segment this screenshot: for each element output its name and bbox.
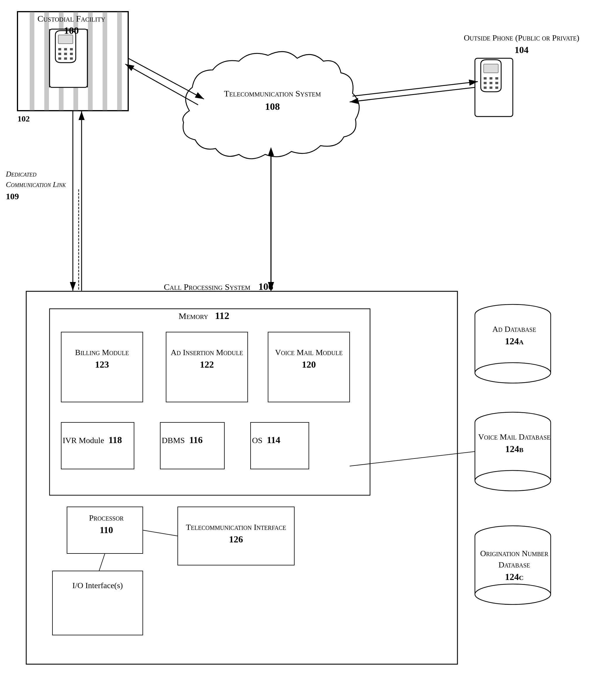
call-processing-number: 106 [259,281,273,292]
svg-line-70 [99,553,105,571]
svg-line-71 [349,451,475,466]
outside-phone-label: Outside Phone (Public or Private) 104 [463,32,580,56]
telecom-interface-label: Telecommunication Interface 126 [179,521,293,546]
billing-module-label: Billing Module 123 [61,347,143,371]
ad-insertion-module-label: Ad Insertion Module 122 [166,347,248,371]
svg-rect-32 [495,86,498,89]
voice-mail-module-label: Voice Mail Module 120 [268,347,349,371]
svg-rect-33 [484,64,498,73]
outside-phone-number: 104 [463,43,580,56]
voice-mail-module-number: 120 [268,358,349,371]
svg-rect-10 [50,29,88,88]
os-label: OS 114 [252,434,310,446]
dedicated-link-label: Dedicated Communication Link 109 [6,169,76,202]
svg-line-65 [125,64,198,105]
telecom-interface-number: 126 [179,533,293,546]
svg-rect-35 [50,309,370,495]
svg-rect-24 [484,77,487,79]
telecom-system-label: Telecommunication System 108 [201,88,344,114]
svg-rect-18 [64,57,67,60]
io-interface-label: I/O Interface(s) [54,580,141,591]
svg-rect-11 [58,48,61,50]
billing-module-number: 123 [61,358,143,371]
ad-database-label: Ad Database 124a [476,323,552,348]
label-102: 102 [18,114,30,124]
svg-rect-17 [58,57,61,60]
call-processing-system-label: Call Processing System 106 [117,280,320,294]
svg-rect-27 [484,82,487,84]
svg-line-67 [353,81,478,96]
origination-db-label: Origination Number Database 124c [475,548,554,583]
memory-number: 112 [215,310,229,321]
svg-point-45 [475,304,551,325]
svg-point-49 [475,363,551,383]
ad-insertion-number: 122 [166,358,248,371]
svg-point-55 [475,526,551,546]
svg-rect-30 [484,86,487,89]
ivr-module-label: IVR Module 118 [63,434,136,446]
svg-line-66 [349,88,475,102]
svg-rect-28 [489,82,492,84]
memory-label: Memory 112 [117,309,291,322]
svg-rect-26 [495,77,498,79]
ivr-module-number: 118 [108,434,122,445]
svg-rect-31 [489,86,492,89]
custodial-facility-number: 100 [23,24,119,37]
os-number: 114 [267,434,280,445]
svg-rect-14 [58,53,61,55]
custodial-facility-label: Custodial Facility 100 [23,13,119,37]
svg-point-54 [475,471,551,491]
svg-point-59 [475,584,551,604]
dbms-label: DBMS 116 [162,434,226,446]
svg-rect-13 [70,48,73,50]
processor-label: Processor 110 [69,512,144,536]
svg-rect-12 [64,48,67,50]
ad-database-number: 124a [476,335,552,348]
diagram: Custodial Facility 100 102 Outside Phone… [0,0,604,700]
svg-rect-15 [64,53,67,55]
telecom-system-number: 108 [201,100,344,114]
svg-point-50 [475,412,551,432]
svg-rect-23 [475,58,513,117]
processor-number: 110 [69,523,144,536]
dedicated-link-number: 109 [6,192,19,201]
origination-db-number: 124c [475,570,554,583]
svg-line-64 [128,58,204,99]
svg-rect-29 [495,82,498,84]
svg-rect-16 [70,53,73,55]
voice-mail-db-label: Voice Mail Database 124b [476,431,552,456]
svg-line-69 [143,530,178,536]
svg-rect-25 [489,77,492,79]
svg-rect-19 [70,57,73,60]
dbms-number: 116 [189,434,202,445]
voice-mail-db-number: 124b [476,443,552,456]
